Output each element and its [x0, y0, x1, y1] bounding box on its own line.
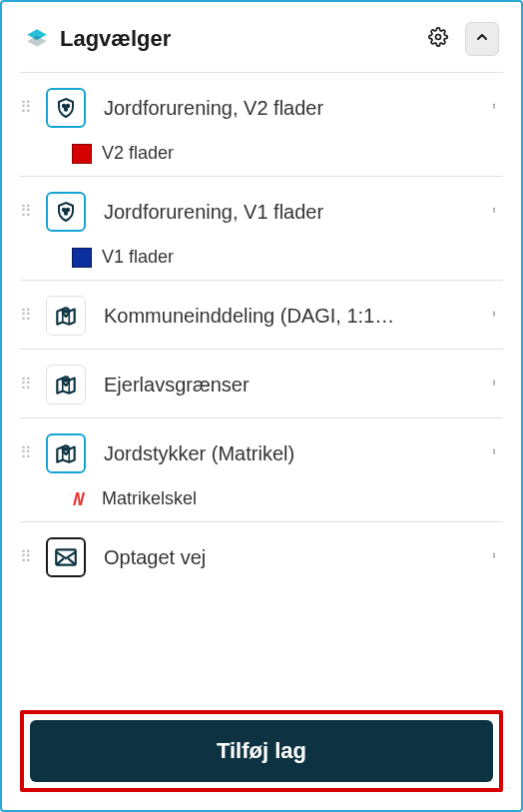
svg-point-16 — [493, 312, 494, 313]
layer-row: ⠿Optaget vej — [20, 536, 503, 578]
add-layer-button[interactable]: Tilføj lag — [30, 720, 493, 782]
layer-label[interactable]: Kommuneinddeling (DAGI, 1:1… — [98, 305, 473, 328]
layer-row: ⠿Ejerlavsgrænser — [20, 364, 503, 406]
layer-item: ⠿Kommuneinddeling (DAGI, 1:1… — [20, 281, 503, 350]
svg-point-20 — [493, 381, 494, 382]
layers-logo-icon — [24, 26, 50, 52]
svg-point-6 — [493, 104, 494, 105]
layer-menu-button[interactable] — [485, 298, 503, 334]
legend-label: V1 flader — [102, 247, 174, 268]
map-pin-icon[interactable] — [46, 433, 86, 473]
legend-swatch — [72, 248, 92, 268]
layer-menu-button[interactable] — [485, 539, 503, 575]
map-pin-icon[interactable] — [46, 296, 86, 336]
dots-vertical-icon — [491, 551, 497, 568]
layer-label[interactable]: Optaget vej — [98, 546, 473, 569]
legend-row: V1 flader — [20, 233, 503, 268]
envelope-icon[interactable] — [46, 537, 86, 577]
panel-title: Lagvælger — [60, 26, 411, 52]
legend-row: V2 flader — [20, 129, 503, 164]
svg-point-17 — [493, 313, 494, 314]
layer-row: ⠿Jordstykker (Matrikel) — [20, 432, 503, 474]
svg-point-12 — [493, 208, 494, 209]
drag-handle-icon[interactable]: ⠿ — [20, 554, 34, 560]
legend-label: V2 flader — [102, 143, 174, 164]
drag-handle-icon[interactable]: ⠿ — [20, 382, 34, 388]
svg-point-30 — [493, 556, 494, 557]
drag-handle-icon[interactable]: ⠿ — [20, 209, 34, 215]
layer-label[interactable]: Jordforurening, V2 flader — [98, 97, 473, 120]
svg-point-28 — [493, 553, 494, 554]
add-layer-highlight: Tilføj lag — [20, 710, 503, 792]
svg-point-23 — [65, 448, 67, 450]
shield-icon[interactable] — [46, 88, 86, 128]
svg-point-18 — [493, 315, 494, 316]
dots-vertical-icon — [491, 447, 497, 464]
map-pin-icon[interactable] — [46, 365, 86, 405]
panel-header: Lagvælger — [20, 16, 503, 73]
drag-handle-icon[interactable]: ⠿ — [20, 450, 34, 456]
legend-row: NMatrikelskel — [20, 474, 503, 509]
dots-vertical-icon — [491, 206, 497, 223]
layer-row: ⠿Jordforurening, V1 flader — [20, 191, 503, 233]
layer-row: ⠿Jordforurening, V2 flader — [20, 87, 503, 129]
legend-line-icon: N — [72, 488, 92, 509]
svg-point-24 — [493, 449, 494, 450]
chevron-up-icon — [474, 29, 490, 49]
layer-menu-button[interactable] — [485, 435, 503, 471]
layer-item: ⠿Jordforurening, V2 fladerV2 flader — [20, 73, 503, 177]
settings-button[interactable] — [421, 22, 455, 56]
svg-marker-1 — [27, 36, 47, 47]
svg-point-26 — [493, 452, 494, 453]
svg-point-25 — [493, 450, 494, 451]
layer-menu-button[interactable] — [485, 90, 503, 126]
collapse-button[interactable] — [465, 22, 499, 56]
layer-menu-button[interactable] — [485, 367, 503, 403]
legend-label: Matrikelskel — [102, 488, 197, 509]
drag-handle-icon[interactable]: ⠿ — [20, 105, 34, 111]
svg-point-14 — [493, 211, 494, 212]
layer-item: ⠿Jordforurening, V1 fladerV1 flader — [20, 177, 503, 281]
header-actions — [421, 22, 499, 56]
svg-point-29 — [493, 554, 494, 555]
svg-point-19 — [65, 380, 67, 382]
legend-swatch — [72, 144, 92, 164]
dots-vertical-icon — [491, 379, 497, 396]
gear-icon — [428, 27, 448, 51]
svg-point-13 — [493, 209, 494, 210]
layer-item: ⠿Ejerlavsgrænser — [20, 350, 503, 418]
layer-row: ⠿Kommuneinddeling (DAGI, 1:1… — [20, 295, 503, 337]
layer-label[interactable]: Jordforurening, V1 flader — [98, 201, 473, 224]
layer-label[interactable]: Jordstykker (Matrikel) — [98, 442, 473, 465]
panel-footer: Tilføj lag — [20, 698, 503, 792]
shield-icon[interactable] — [46, 192, 86, 232]
svg-point-2 — [436, 35, 441, 40]
dots-vertical-icon — [491, 310, 497, 327]
dots-vertical-icon — [491, 102, 497, 119]
svg-point-15 — [65, 311, 67, 313]
svg-point-8 — [493, 107, 494, 108]
svg-point-7 — [493, 105, 494, 106]
layer-list: ⠿Jordforurening, V2 fladerV2 flader⠿Jord… — [20, 73, 503, 698]
layer-item: ⠿Jordstykker (Matrikel)NMatrikelskel — [20, 418, 503, 522]
layer-item: ⠿Optaget vej — [20, 522, 503, 590]
svg-point-21 — [493, 382, 494, 383]
svg-point-22 — [493, 384, 494, 385]
layer-menu-button[interactable] — [485, 194, 503, 230]
drag-handle-icon[interactable]: ⠿ — [20, 313, 34, 319]
layer-selector-panel: Lagvælger ⠿Jordforurening, V2 fladerV — [0, 0, 523, 812]
layer-label[interactable]: Ejerlavsgrænser — [98, 374, 473, 397]
